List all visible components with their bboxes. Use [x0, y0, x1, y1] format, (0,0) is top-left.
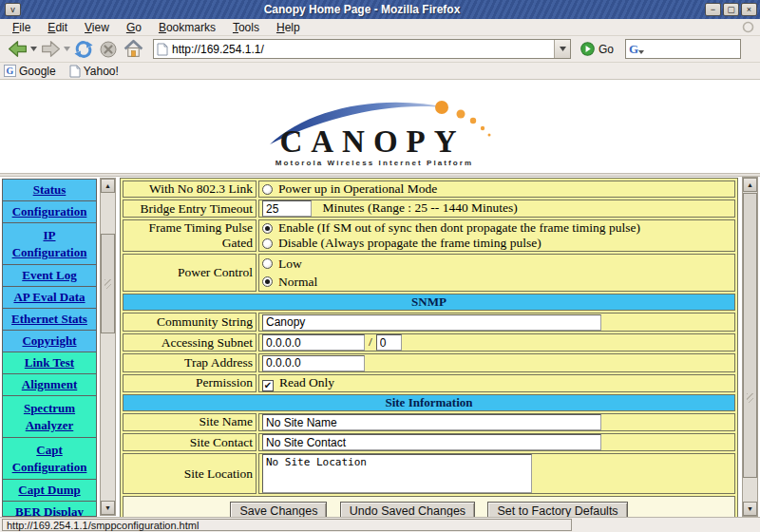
- set-to-factory-defaults-button[interactable]: Set to Factory Defaults: [487, 502, 627, 517]
- field-label: Trap Address: [123, 353, 256, 371]
- form-buttons-row: Save Changes Undo Saved Changes Set to F…: [123, 496, 735, 517]
- bookmark-google[interactable]: G Google: [4, 65, 56, 78]
- canopy-logo: CANOPY Motorola Wireless Internet Platfo…: [0, 86, 760, 173]
- undo-saved-changes-button[interactable]: Undo Saved Changes: [340, 502, 475, 517]
- logo-wordmark: CANOPY: [279, 124, 465, 159]
- row-trap-address: Trap Address: [123, 353, 735, 371]
- sidebar-item-link-test[interactable]: Link Test: [3, 352, 96, 374]
- logo-dot-large: [435, 101, 448, 114]
- section-header-site-information-row: Site Information: [123, 394, 735, 411]
- scroll-down-icon[interactable]: ▼: [743, 502, 757, 516]
- bookmark-label: Google: [19, 65, 56, 78]
- menu-file[interactable]: File: [4, 20, 39, 35]
- radio-power-low[interactable]: [262, 258, 273, 269]
- sidebar-item-copyright[interactable]: Copyright: [3, 331, 96, 352]
- url-bar: [153, 39, 571, 59]
- radio-option-label: Low: [278, 256, 302, 272]
- row-community-string: Community String: [123, 313, 735, 331]
- navigation-toolbar: Go G: [0, 36, 760, 63]
- scroll-up-icon[interactable]: ▲: [743, 178, 757, 192]
- stop-button[interactable]: [96, 37, 121, 62]
- menu-tools[interactable]: Tools: [224, 20, 268, 35]
- radio-option-label: Normal: [278, 275, 317, 290]
- sidebar-item-ap-eval-data[interactable]: AP Eval Data: [3, 287, 96, 309]
- sidebar-item-alignment[interactable]: Alignment: [3, 374, 96, 396]
- close-button[interactable]: ×: [741, 3, 757, 16]
- window-menu-button[interactable]: v: [5, 3, 21, 16]
- field-label: Site Name: [123, 413, 256, 431]
- reload-icon: [73, 39, 94, 60]
- bridge-entry-timeout-input[interactable]: [262, 200, 312, 217]
- scroll-up-icon[interactable]: ▲: [101, 179, 115, 193]
- home-button[interactable]: [121, 37, 145, 62]
- sidebar-item-capt-dump[interactable]: Capt Dump: [3, 480, 96, 502]
- forward-button[interactable]: [38, 37, 63, 62]
- window-title: Canopy Home Page - Mozilla Firefox: [21, 0, 703, 19]
- url-input[interactable]: [168, 41, 554, 57]
- sidebar-item-event-log[interactable]: Event Log: [3, 265, 96, 287]
- accessing-subnet-mask-input[interactable]: [376, 334, 402, 351]
- section-header-snmp: SNMP: [123, 294, 735, 311]
- sidebar-item-spectrum-analyzer[interactable]: Spectrum Analyzer: [3, 396, 96, 438]
- field-label: Permission: [123, 374, 256, 392]
- radio-frame-timing-enable[interactable]: [262, 223, 273, 234]
- reload-button[interactable]: [71, 37, 96, 62]
- back-button[interactable]: [5, 37, 29, 62]
- save-changes-button[interactable]: Save Changes: [230, 502, 327, 517]
- back-icon: [7, 38, 28, 60]
- minimize-icon: −: [711, 6, 715, 14]
- scroll-down-icon[interactable]: ▼: [101, 501, 115, 515]
- sidebar-item-ber-display[interactable]: BER Display: [3, 502, 96, 517]
- main-scrollbar-thumb[interactable]: [743, 193, 757, 478]
- close-icon: ×: [747, 6, 751, 14]
- sidebar-item-status[interactable]: Status: [3, 180, 96, 201]
- radio-frame-timing-disable[interactable]: [262, 238, 273, 249]
- radio-option-label: Enable (If SM out of sync then dont prop…: [278, 220, 640, 236]
- menu-help[interactable]: Help: [268, 20, 309, 35]
- menu-edit[interactable]: Edit: [39, 20, 76, 35]
- field-label: Site Location: [123, 453, 256, 494]
- field-label: Community String: [123, 313, 256, 331]
- search-input[interactable]: [646, 42, 737, 57]
- sidebar-item-configuration[interactable]: Configuration: [3, 201, 96, 223]
- subnet-separator: /: [365, 334, 376, 349]
- field-label: Site Contact: [123, 433, 256, 451]
- row-bridge-entry-timeout: Bridge Entry Timeout Minutes (Range : 25…: [123, 200, 735, 218]
- bookmark-yahoo[interactable]: Yahoo!: [69, 65, 119, 78]
- community-string-input[interactable]: [262, 314, 601, 331]
- row-site-contact: Site Contact: [123, 433, 735, 451]
- accessing-subnet-ip-input[interactable]: [262, 334, 365, 351]
- minimize-button[interactable]: −: [705, 3, 721, 16]
- title-bar: v Canopy Home Page - Mozilla Firefox − ▢…: [0, 0, 760, 19]
- trap-address-input[interactable]: [262, 355, 365, 371]
- sidebar-item-ethernet-stats[interactable]: Ethernet Stats: [3, 309, 96, 331]
- go-button[interactable]: Go: [580, 42, 614, 56]
- sidebar-item-ip-configuration[interactable]: IP Configuration: [3, 223, 96, 265]
- read-only-checkbox[interactable]: [262, 380, 274, 391]
- sidebar-scrollbar[interactable]: ▲ ▼: [100, 178, 116, 516]
- logo-tagline: Motorola Wireless Internet Platform: [276, 159, 474, 167]
- menu-go[interactable]: Go: [118, 20, 150, 35]
- back-dropdown-icon[interactable]: [29, 37, 38, 62]
- url-dropdown-button[interactable]: [554, 40, 570, 58]
- sidebar-item-capt-configuration[interactable]: Capt Configuration: [3, 438, 96, 480]
- checkbox-option-label: Read Only: [279, 375, 334, 390]
- forward-dropdown-icon[interactable]: [63, 37, 71, 62]
- status-bar: http://169.254.1.1/smppconfiguration.htm…: [0, 517, 760, 532]
- site-contact-input[interactable]: [262, 434, 601, 450]
- row-site-location: Site Location No Site Location: [123, 453, 735, 494]
- main-scrollbar[interactable]: ▲ ▼: [742, 177, 758, 517]
- maximize-icon: ▢: [727, 6, 735, 14]
- sidebar-scrollbar-thumb[interactable]: [101, 234, 115, 333]
- menu-bookmarks[interactable]: Bookmarks: [150, 20, 224, 35]
- bridge-entry-timeout-hint: Minutes (Range : 25 -- 1440 Minutes): [322, 200, 517, 215]
- site-location-textarea[interactable]: No Site Location: [262, 454, 532, 493]
- field-label: Frame Timing Pulse Gated: [123, 219, 256, 252]
- search-engine-dropdown-icon[interactable]: [638, 50, 644, 54]
- forward-icon: [40, 38, 62, 60]
- site-name-input[interactable]: [262, 414, 601, 430]
- menu-view[interactable]: View: [76, 20, 118, 35]
- radio-power-normal[interactable]: [262, 276, 273, 287]
- radio-power-up-operational[interactable]: [262, 184, 273, 195]
- maximize-button[interactable]: ▢: [723, 3, 739, 16]
